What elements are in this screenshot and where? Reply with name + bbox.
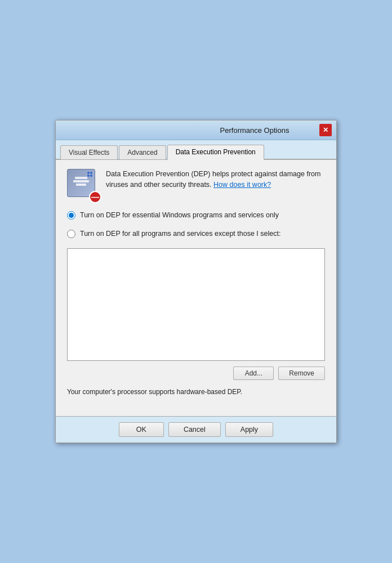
icon-line-3 (76, 184, 86, 186)
program-listbox[interactable] (67, 248, 325, 361)
radio-essential[interactable] (67, 211, 75, 220)
icon-dot-1 (87, 172, 90, 174)
radio-group: Turn on DEP for essential Windows progra… (67, 210, 325, 239)
tab-bar: Visual Effects Advanced Data Execution P… (56, 140, 336, 160)
dep-icon: — (67, 169, 98, 200)
processor-note: Your computer's processor supports hardw… (67, 388, 325, 396)
remove-button[interactable]: Remove (278, 367, 325, 380)
tab-advanced[interactable]: Advanced (119, 145, 166, 159)
no-entry-icon: — (89, 191, 101, 203)
radio-item-essential: Turn on DEP for essential Windows progra… (67, 210, 325, 221)
performance-options-dialog: Performance Options ✕ Visual Effects Adv… (55, 120, 337, 443)
dep-info-section: — Data Execution Prevention (DEP) helps … (67, 169, 325, 200)
icon-dots (87, 172, 92, 177)
icon-dot-4 (90, 175, 92, 177)
window-title: Performance Options (190, 126, 319, 135)
add-remove-buttons: Add... Remove (67, 367, 325, 380)
dep-description: Data Execution Prevention (DEP) helps pr… (106, 169, 325, 190)
apply-button[interactable]: Apply (225, 422, 273, 437)
tab-content: — Data Execution Prevention (DEP) helps … (56, 160, 336, 416)
add-button[interactable]: Add... (233, 367, 274, 380)
tab-visual-effects[interactable]: Visual Effects (60, 145, 118, 159)
bottom-bar: OK Cancel Apply (56, 416, 336, 443)
ok-button[interactable]: OK (119, 422, 164, 437)
icon-dot-3 (87, 175, 90, 177)
tab-dep[interactable]: Data Execution Prevention (167, 145, 264, 160)
close-button[interactable]: ✕ (319, 124, 332, 136)
dep-help-link[interactable]: How does it work? (213, 181, 271, 189)
cancel-button[interactable]: Cancel (168, 422, 221, 437)
radio-all[interactable] (67, 230, 75, 238)
icon-line-1 (75, 177, 87, 179)
icon-line-2 (73, 180, 89, 182)
title-bar: Performance Options ✕ (56, 120, 336, 140)
icon-dot-2 (90, 172, 92, 174)
radio-all-label[interactable]: Turn on DEP for all programs and service… (80, 229, 280, 239)
radio-essential-label[interactable]: Turn on DEP for essential Windows progra… (80, 210, 279, 221)
radio-item-all: Turn on DEP for all programs and service… (67, 229, 325, 239)
